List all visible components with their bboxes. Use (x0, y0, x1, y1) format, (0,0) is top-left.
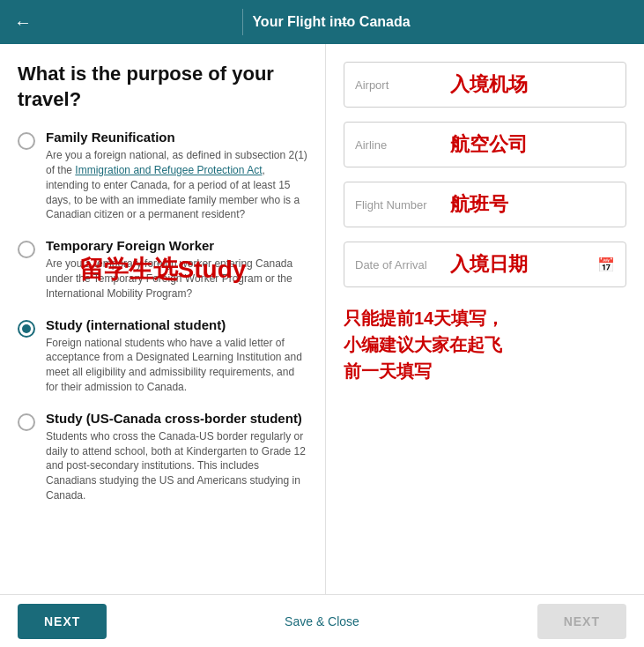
bottom-bar: NEXT Save & Close NEXT (0, 594, 644, 647)
radio-outer-study-border[interactable] (18, 413, 35, 431)
radio-temp-worker[interactable] (18, 241, 35, 258)
option-study-border-desc: Students who cross the Canada-US border … (46, 429, 307, 503)
option-study[interactable]: Study (international student) Foreign na… (18, 317, 307, 395)
option-family-content: Family Reunification Are you a foreign n… (46, 130, 307, 222)
radio-family[interactable] (18, 132, 35, 150)
app-header: ← ← Your Flight into Canada (0, 0, 644, 44)
right-annotation-cn: 只能提前14天填写，小编建议大家在起飞前一天填写 (344, 305, 626, 384)
airport-value-cn: 入境机场 (450, 71, 528, 98)
option-temp-worker-desc: Are you a temporary foreign worker enter… (46, 257, 307, 301)
date-of-arrival-value-cn: 入境日期 (450, 251, 528, 278)
date-of-arrival-field[interactable]: Date of Arrival 入境日期 📅 (344, 242, 626, 287)
airline-label: Airline (355, 138, 443, 152)
option-family[interactable]: Family Reunification Are you a foreign n… (18, 130, 307, 222)
option-temp-worker[interactable]: Temporary Foreign Worker Are you a tempo… (18, 238, 307, 301)
airport-label: Airport (355, 78, 443, 92)
option-temp-worker-label: Temporary Foreign Worker (46, 238, 307, 253)
radio-outer-family[interactable] (18, 132, 35, 150)
question-title: What is the purpose of your travel? (18, 62, 307, 112)
option-study-label: Study (international student) (46, 317, 307, 332)
option-family-desc: Are you a foreign national, as defined i… (46, 148, 307, 222)
option-study-border-label: Study (US-Canada cross-border student) (46, 411, 307, 426)
airport-field[interactable]: Airport 入境机场 (344, 62, 626, 108)
right-panel: Airport 入境机场 Airline 航空公司 Flight Number … (326, 44, 644, 594)
radio-study-border[interactable] (18, 413, 35, 431)
option-study-border-content: Study (US-Canada cross-border student) S… (46, 411, 307, 503)
flight-number-field[interactable]: Flight Number 航班号 (344, 182, 626, 227)
date-of-arrival-label: Date of Arrival (355, 258, 443, 271)
main-layout: What is the purpose of your travel? Fami… (0, 44, 644, 594)
radio-outer-study[interactable] (18, 320, 35, 338)
calendar-icon: 📅 (597, 257, 615, 273)
option-family-label: Family Reunification (46, 130, 307, 145)
airline-value-cn: 航空公司 (450, 131, 528, 158)
radio-outer-temp-worker[interactable] (18, 241, 35, 258)
page-title-header: Your Flight into Canada (252, 14, 410, 30)
option-study-desc: Foreign national students who have a val… (46, 336, 307, 395)
flight-number-value-cn: 航班号 (450, 191, 508, 218)
option-study-content: Study (international student) Foreign na… (46, 317, 307, 395)
option-study-border[interactable]: Study (US-Canada cross-border student) S… (18, 411, 307, 503)
save-close-button[interactable]: Save & Close (285, 614, 359, 628)
next-right-button[interactable]: NEXT (537, 604, 626, 639)
radio-study[interactable] (18, 320, 35, 338)
immigration-act-link[interactable]: Immigration and Refugee Protection Act (75, 164, 262, 176)
left-back-button[interactable]: ← (14, 12, 32, 33)
flight-number-label: Flight Number (355, 198, 443, 212)
option-temp-worker-content: Temporary Foreign Worker Are you a tempo… (46, 238, 307, 301)
radio-inner-study (22, 324, 31, 333)
next-left-button[interactable]: NEXT (18, 604, 107, 639)
right-back-button[interactable]: ← (335, 12, 352, 33)
airline-field[interactable]: Airline 航空公司 (344, 122, 626, 167)
left-panel: What is the purpose of your travel? Fami… (0, 44, 326, 594)
